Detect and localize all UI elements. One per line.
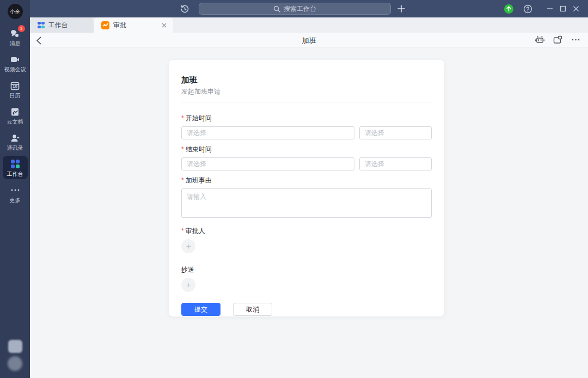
end-time-row — [181, 157, 432, 170]
start-date-input[interactable] — [181, 126, 354, 139]
robot-icon[interactable] — [535, 35, 544, 45]
form-subtitle: 发起加班申请 — [181, 88, 432, 95]
person-icon — [10, 132, 21, 143]
sidebar-pinned-apps — [8, 340, 22, 371]
sidebar-item-more[interactable]: 更多 — [3, 182, 28, 205]
tab-workspace[interactable]: 工作台 — [30, 17, 94, 33]
unread-badge: 1 — [18, 25, 25, 32]
start-time-row — [181, 126, 432, 139]
required-marker: * — [181, 176, 184, 184]
maximize-icon[interactable] — [556, 2, 569, 15]
pinned-app-icon[interactable] — [8, 356, 22, 371]
more-icon[interactable] — [571, 35, 580, 45]
sidebar-nav: 1 消息 视频会议 10 — [3, 25, 28, 205]
ellipsis-icon — [10, 185, 21, 196]
required-marker: * — [181, 145, 184, 153]
sidebar-item-calendar[interactable]: 10 日历 — [3, 77, 28, 101]
upgrade-icon[interactable] — [504, 4, 513, 14]
main-content: 加班 发起加班申请 *开始时间 *结束时间 *加班事由 — [30, 48, 588, 378]
field-label-reason: *加班事由 — [181, 177, 432, 184]
search-icon — [273, 5, 280, 13]
document-icon — [10, 106, 21, 117]
plus-icon — [186, 244, 191, 249]
end-time-input[interactable] — [359, 157, 432, 170]
sidebar-item-label: 工作台 — [7, 171, 23, 177]
video-camera-icon — [10, 54, 21, 65]
minimize-icon[interactable] — [543, 2, 556, 15]
field-label-approver: *审批人 — [181, 228, 432, 235]
divider — [181, 102, 432, 102]
help-icon[interactable] — [523, 4, 532, 14]
new-tab-icon[interactable] — [395, 2, 408, 15]
chat-icon: 1 — [10, 28, 21, 39]
reason-textarea[interactable] — [181, 188, 432, 218]
required-marker: * — [181, 227, 184, 235]
pinned-app-icon[interactable] — [8, 340, 22, 353]
form-title: 加班 — [181, 75, 432, 84]
titlebar: 搜索工作台 — [30, 0, 588, 17]
tab-bar: 工作台 审批 — [30, 17, 588, 33]
workspace-grid-icon — [38, 22, 45, 29]
tab-label: 工作台 — [48, 21, 68, 30]
titlebar-controls — [504, 0, 583, 17]
avatar[interactable]: 小余 — [8, 4, 23, 19]
sidebar-item-label: 视频会议 — [4, 66, 26, 72]
form-actions: 提交 取消 — [181, 303, 432, 316]
sidebar-item-label: 日历 — [10, 93, 21, 99]
add-cc-button[interactable] — [181, 278, 195, 292]
plus-icon — [186, 283, 191, 288]
sidebar-item-video-meeting[interactable]: 视频会议 — [3, 51, 28, 75]
sidebar-item-label: 更多 — [10, 197, 21, 203]
calendar-icon: 10 — [10, 80, 21, 91]
history-icon[interactable] — [180, 4, 189, 14]
approval-form-card: 加班 发起加班申请 *开始时间 *结束时间 *加班事由 — [169, 60, 444, 316]
tab-approval[interactable]: 审批 — [94, 17, 173, 33]
page-header-actions — [535, 33, 580, 47]
sidebar-item-contacts[interactable]: 通讯录 — [3, 130, 28, 153]
sidebar-item-messages[interactable]: 1 消息 — [3, 25, 28, 48]
tab-close-icon[interactable] — [160, 21, 168, 29]
required-marker: * — [181, 114, 184, 122]
page-title: 加班 — [30, 36, 588, 46]
approval-app-icon — [101, 21, 109, 29]
calendar-day-number: 10 — [10, 84, 21, 89]
window-controls — [543, 2, 583, 15]
tab-label: 审批 — [113, 21, 126, 30]
field-label-end-time: *结束时间 — [181, 146, 432, 153]
sidebar: 小余 1 消息 视频会议 — [0, 0, 30, 378]
add-approver-button[interactable] — [181, 239, 195, 253]
app-window: 小余 1 消息 视频会议 — [0, 0, 588, 378]
sidebar-item-label: 云文档 — [7, 119, 23, 125]
cancel-button[interactable]: 取消 — [233, 303, 272, 316]
field-label-start-time: *开始时间 — [181, 115, 432, 122]
search-placeholder: 搜索工作台 — [284, 4, 316, 14]
sidebar-item-workspace[interactable]: 工作台 — [3, 156, 28, 179]
sidebar-item-label: 通讯录 — [7, 145, 23, 151]
field-label-cc: 抄送 — [181, 266, 432, 273]
workspace-grid-icon — [10, 158, 21, 169]
submit-button[interactable]: 提交 — [181, 303, 220, 316]
close-icon[interactable] — [569, 2, 583, 15]
search-input[interactable]: 搜索工作台 — [199, 3, 391, 15]
start-time-input[interactable] — [359, 126, 432, 139]
end-date-input[interactable] — [181, 157, 354, 170]
sidebar-item-label: 消息 — [10, 40, 21, 46]
popup-window-icon[interactable] — [553, 35, 562, 45]
sidebar-item-cloud-docs[interactable]: 云文档 — [3, 103, 28, 127]
page-header: 加班 — [30, 33, 588, 47]
